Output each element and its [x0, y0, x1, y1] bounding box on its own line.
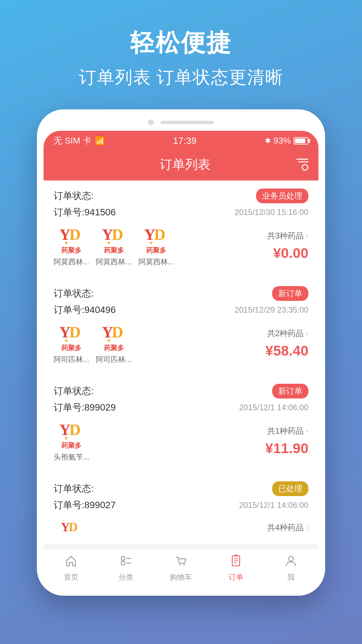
- camera-dot: [148, 119, 154, 125]
- order-status-label: 订单状态:: [54, 482, 94, 495]
- product-name: 阿司匹林...: [54, 355, 89, 365]
- tab-orders-label: 订单: [229, 572, 243, 582]
- tab-home[interactable]: 首页: [44, 554, 99, 582]
- product-logo: Y D 药聚多: [55, 225, 88, 255]
- speaker-bar: [161, 121, 214, 124]
- product-logo: Y D 药聚多: [97, 225, 131, 255]
- svg-point-37: [289, 556, 293, 561]
- product-name: 阿司匹林...: [96, 355, 131, 365]
- order-number: 订单号:899027: [54, 499, 116, 512]
- order-number: 订单号:899029: [54, 401, 116, 414]
- order-products: Y D 共4种药品 ›: [54, 518, 308, 538]
- order-date: 2015/12/1 14:06:00: [239, 500, 308, 510]
- product-count: 共4种药品 ›: [267, 522, 308, 533]
- order-price: ¥11.90: [265, 440, 308, 457]
- order-right: 共1种药品 › ¥11.90: [241, 426, 308, 457]
- tab-category[interactable]: 分类: [99, 554, 154, 582]
- product-list: Y D 药聚多 阿莫西林...: [54, 225, 241, 267]
- svg-text:Y: Y: [102, 323, 113, 341]
- order-meta: 订单号:899027 2015/12/1 14:06:00: [54, 499, 308, 512]
- product-list: Y D 药聚多 头孢氨苄...: [54, 420, 241, 462]
- product-item: Y D: [54, 518, 87, 538]
- product-name: 阿莫西林...: [54, 257, 89, 267]
- svg-rect-26: [121, 557, 125, 560]
- order-list: 订单状态: 业务员处理 订单号:941506 2015/12/30 15:16:…: [44, 180, 318, 545]
- home-icon: [65, 554, 77, 570]
- phone-mockup: 无 SIM 卡 📶 17:39 ✱ 93% 订单列表: [37, 109, 325, 596]
- carrier-text: 无 SIM 卡: [54, 135, 92, 147]
- svg-text:D: D: [112, 323, 123, 341]
- svg-text:D: D: [69, 226, 81, 243]
- product-logo: Y D: [54, 518, 87, 538]
- status-right: ✱ 93%: [265, 136, 308, 146]
- product-item: Y D 药聚多 阿莫西林...: [54, 225, 89, 267]
- order-date: 2015/12/1 14:06:00: [239, 403, 308, 412]
- tab-cart[interactable]: 购物车: [154, 554, 208, 582]
- product-item: Y D 药聚多 阿莫西林...: [96, 225, 131, 267]
- svg-text:D: D: [69, 421, 81, 438]
- battery-percent: 93%: [274, 136, 291, 146]
- order-header: 订单状态: 新订单: [54, 384, 308, 398]
- order-price: ¥58.40: [265, 343, 308, 359]
- wifi-icon: 📶: [95, 136, 105, 146]
- svg-text:Y: Y: [102, 226, 113, 243]
- status-badge: 已处理: [272, 481, 308, 496]
- svg-text:D: D: [112, 226, 123, 243]
- order-products: Y D 药聚多 阿司匹林...: [54, 322, 308, 365]
- svg-rect-36: [235, 555, 237, 556]
- svg-point-30: [179, 564, 181, 566]
- order-meta: 订单号:941506 2015/12/30 15:16:00: [54, 206, 308, 219]
- svg-text:Y: Y: [59, 421, 71, 438]
- phone-top: [44, 119, 318, 125]
- svg-text:D: D: [69, 323, 81, 341]
- svg-text:Y: Y: [59, 323, 71, 341]
- product-item: Y D 药聚多 阿司匹林...: [54, 322, 89, 365]
- product-name: 阿莫西林...: [138, 257, 174, 267]
- order-meta: 订单号:899029 2015/12/1 14:06:00: [54, 401, 308, 414]
- status-badge: 新订单: [272, 384, 308, 398]
- product-list: Y D 药聚多 阿司匹林...: [54, 322, 241, 365]
- bluetooth-icon: ✱: [265, 137, 271, 145]
- tab-home-label: 首页: [64, 572, 78, 582]
- order-right: 共2种药品 › ¥58.40: [241, 328, 308, 359]
- product-logo: Y D 药聚多: [55, 420, 88, 450]
- order-item[interactable]: 订单状态: 新订单 订单号:899029 2015/12/1 14:06:00 …: [44, 376, 318, 469]
- product-name: 阿莫西林...: [96, 257, 131, 267]
- tab-bar: 首页 分类: [44, 549, 318, 589]
- order-right: 共4种药品 ›: [241, 522, 308, 533]
- order-price: ¥0.00: [273, 245, 308, 261]
- tab-profile[interactable]: 我: [263, 554, 318, 582]
- status-bar: 无 SIM 卡 📶 17:39 ✱ 93%: [44, 131, 318, 151]
- order-right: 共3种药品 › ¥0.00: [241, 230, 308, 261]
- headline1: 轻松便捷: [79, 27, 283, 59]
- svg-text:Y: Y: [59, 226, 71, 243]
- product-logo: Y D 药聚多: [55, 322, 88, 353]
- svg-point-31: [183, 564, 185, 566]
- order-date: 2015/12/29 23:35:00: [235, 305, 308, 315]
- order-item[interactable]: 订单状态: 已处理 订单号:899027 2015/12/1 14:06:00 …: [44, 473, 318, 545]
- product-name: 头孢氨苄...: [54, 452, 89, 462]
- orders-icon: [230, 554, 242, 570]
- order-number: 订单号:940496: [54, 304, 116, 316]
- svg-text:D: D: [69, 520, 78, 534]
- product-logo: Y D 药聚多: [139, 225, 173, 255]
- order-status-label: 订单状态:: [54, 385, 94, 397]
- order-meta: 订单号:940496 2015/12/29 23:35:00: [54, 304, 308, 316]
- search-filter-button[interactable]: [296, 159, 308, 171]
- order-header: 订单状态: 已处理: [54, 481, 308, 496]
- product-item: Y D 药聚多 头孢氨苄...: [54, 420, 89, 462]
- order-header: 订单状态: 新订单: [54, 286, 308, 301]
- order-number: 订单号:941506: [54, 206, 116, 219]
- product-list: Y D: [54, 518, 241, 538]
- order-products: Y D 药聚多 阿莫西林...: [54, 225, 308, 267]
- headline2: 订单列表 订单状态更清晰: [79, 66, 283, 89]
- app-header: 订单列表: [44, 151, 318, 180]
- order-header: 订单状态: 业务员处理: [54, 189, 308, 203]
- order-item[interactable]: 订单状态: 业务员处理 订单号:941506 2015/12/30 15:16:…: [44, 180, 318, 274]
- svg-text:D: D: [154, 226, 166, 243]
- product-item: Y D 药聚多 阿莫西林...: [138, 225, 174, 267]
- status-time: 17:39: [173, 136, 196, 146]
- tab-orders[interactable]: 订单: [208, 554, 263, 582]
- order-item[interactable]: 订单状态: 新订单 订单号:940496 2015/12/29 23:35:00…: [44, 278, 318, 372]
- tab-cart-label: 购物车: [170, 572, 192, 582]
